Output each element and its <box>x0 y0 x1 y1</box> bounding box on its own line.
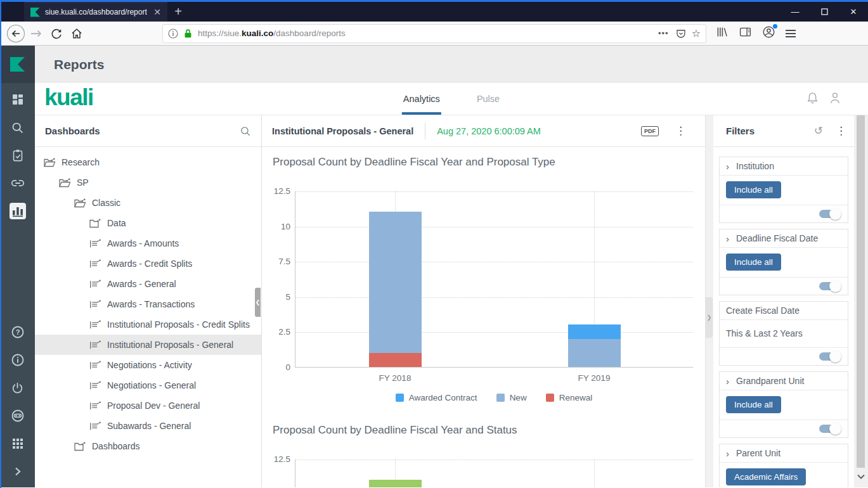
filter-chip-include-all[interactable]: Include all <box>726 396 781 413</box>
scrollbar-thumb[interactable] <box>857 115 865 468</box>
filter-label: Grandparent Unit <box>736 376 804 386</box>
bar-segment-renewal[interactable] <box>369 353 422 367</box>
panel-collapse-handle[interactable]: ❮ <box>255 288 261 317</box>
tree-item-data[interactable]: Data <box>35 213 261 233</box>
tree-item-research[interactable]: Research <box>35 152 261 172</box>
forward-button[interactable] <box>27 24 46 43</box>
tree-item-awards-general[interactable]: Awards - General <box>35 274 261 294</box>
bar-segment-new[interactable] <box>369 212 422 352</box>
filter-chip-include-all[interactable]: Include all <box>726 254 781 271</box>
report-icon <box>89 300 101 309</box>
scroll-down-arrow-icon[interactable] <box>856 472 866 482</box>
report-kebab-menu-icon[interactable]: ⋮ <box>675 125 686 136</box>
tree-item-institutional-proposals-general[interactable]: Institutional Proposals - General <box>35 335 261 355</box>
close-window-button[interactable]: ✕ <box>839 2 868 22</box>
filter-body: Include all <box>720 176 848 205</box>
filter-header-grandparent-unit[interactable]: ›Grandparent Unit <box>720 372 848 390</box>
filter-toggle-switch[interactable] <box>819 210 840 218</box>
tree-item-negotiations-general[interactable]: Negotiations - General <box>35 375 261 395</box>
gridline-horizontal <box>295 332 693 333</box>
filter-card-create-fiscal-date: Create Fiscal DateThis & Last 2 Years <box>719 301 848 366</box>
filter-header-institution[interactable]: ›Institution <box>720 157 848 176</box>
tree-item-negotiations-activity[interactable]: Negotiations - Activity <box>35 355 261 375</box>
page-title: Reports <box>54 57 104 72</box>
filters-reset-icon[interactable]: ↺ <box>814 124 823 138</box>
tree-item-institutional-proposals-credit-splits[interactable]: Institutional Proposals - Credit Splits <box>35 314 261 335</box>
pocket-icon[interactable] <box>675 28 687 39</box>
bookmark-star-icon[interactable]: ☆ <box>692 27 701 39</box>
minimize-button[interactable]: — <box>781 2 810 22</box>
bar-segment-awarded-contract[interactable] <box>568 324 621 338</box>
filter-header-parent-unit[interactable]: ›Parent Unit <box>720 444 848 463</box>
browser-tab[interactable]: siue.kuali.co/dashboard/report ✕ <box>24 2 167 22</box>
tree-item-classic[interactable]: Classic <box>35 193 261 213</box>
url-bar[interactable]: https://siue.kuali.co/dashboard/reports … <box>162 24 706 43</box>
bot-icon[interactable] <box>10 408 26 424</box>
filter-chip-academic-affairs[interactable]: Academic Affairs <box>726 468 806 485</box>
notifications-bell-icon[interactable] <box>806 91 819 107</box>
tasks-clipboard-icon[interactable] <box>10 147 26 164</box>
tree-item-sp[interactable]: SP <box>35 172 261 193</box>
tab-analytics[interactable]: Analytics <box>401 83 443 115</box>
legend-item-renewal[interactable]: Renewal <box>546 393 593 402</box>
gridline-horizontal <box>295 191 693 192</box>
dashboards-tree: ResearchSPClassicDataAwards - AmountsAwa… <box>35 147 261 456</box>
filter-toggle-switch[interactable] <box>819 352 840 361</box>
filter-body: Academic Affairs <box>720 463 848 487</box>
link-icon[interactable] <box>10 175 26 191</box>
page-actions-icon[interactable]: ••• <box>657 29 670 38</box>
kuali-logo-mark[interactable] <box>0 46 35 83</box>
user-profile-icon[interactable] <box>829 91 841 107</box>
reload-button[interactable] <box>47 24 66 43</box>
back-button[interactable] <box>6 24 25 43</box>
filter-chip-include-all[interactable]: Include all <box>726 181 781 198</box>
page-scrollbar[interactable] <box>854 115 868 487</box>
new-tab-button[interactable]: + <box>167 2 189 22</box>
legend-item-awarded-contract[interactable]: Awarded Contract <box>396 393 477 402</box>
legend-item-new[interactable]: New <box>496 393 527 402</box>
filter-header-deadline-fiscal-date[interactable]: ›Deadline Fiscal Date <box>720 229 848 248</box>
bar-segment-series[interactable] <box>369 480 422 487</box>
filter-toggle-switch[interactable] <box>819 425 840 433</box>
tree-item-awards-transactions[interactable]: Awards - Transactions <box>35 294 261 314</box>
help-icon[interactable]: ? <box>10 324 26 340</box>
tab-pulse[interactable]: Pulse <box>474 83 502 115</box>
tree-item-label: Data <box>107 218 126 228</box>
filters-kebab-menu-icon[interactable]: ⋮ <box>836 125 846 136</box>
tree-item-label: Institutional Proposals - Credit Splits <box>107 319 250 330</box>
dashboard-grid-icon[interactable] <box>10 91 26 108</box>
info-icon[interactable] <box>10 352 26 368</box>
filter-value[interactable]: This & Last 2 Years <box>726 326 803 341</box>
dashboards-search-icon[interactable] <box>240 125 251 137</box>
expand-chevron-icon[interactable] <box>10 463 26 480</box>
tree-item-proposal-dev-general[interactable]: Proposal Dev - General <box>35 395 261 416</box>
filter-cards: ›InstitutionInclude all›Deadline Fiscal … <box>713 147 854 487</box>
search-icon[interactable] <box>10 119 26 136</box>
pdf-export-button[interactable]: PDF <box>641 126 659 136</box>
lock-icon[interactable] <box>183 29 193 39</box>
sidebars-icon[interactable] <box>739 25 752 41</box>
filter-body: Include all <box>720 248 848 278</box>
home-button[interactable] <box>67 24 86 43</box>
tree-item-subawards-general[interactable]: Subawards - General <box>35 416 261 436</box>
menu-hamburger-icon[interactable] <box>786 28 796 39</box>
tree-item-label: SP <box>77 177 89 188</box>
filter-header-create-fiscal-date[interactable]: Create Fiscal Date <box>720 302 848 320</box>
browser-toolbar: https://siue.kuali.co/dashboard/reports … <box>0 22 868 46</box>
account-icon[interactable] <box>762 25 775 41</box>
tree-item-dashboards[interactable]: Dashboards <box>35 436 261 456</box>
chevron-right-icon: › <box>726 376 729 386</box>
app-grid-icon[interactable] <box>10 435 26 452</box>
reports-chart-icon-active[interactable] <box>10 203 26 219</box>
chart-title: Proposal Count by Deadline Fiscal Year a… <box>273 424 705 437</box>
tree-item-awards-credit-splits[interactable]: Awards - Credit Splits <box>35 254 261 274</box>
tree-item-awards-amounts[interactable]: Awards - Amounts <box>35 233 261 254</box>
maximize-button[interactable] <box>810 2 839 22</box>
bar-segment-new[interactable] <box>568 339 621 367</box>
library-icon[interactable] <box>715 25 729 41</box>
filter-toggle-switch[interactable] <box>819 282 840 290</box>
page-info-icon[interactable] <box>168 29 178 39</box>
filters-collapse-handle[interactable]: ❯ <box>706 297 713 338</box>
logout-power-icon[interactable] <box>10 380 26 396</box>
tab-close-icon[interactable]: ✕ <box>152 7 162 17</box>
